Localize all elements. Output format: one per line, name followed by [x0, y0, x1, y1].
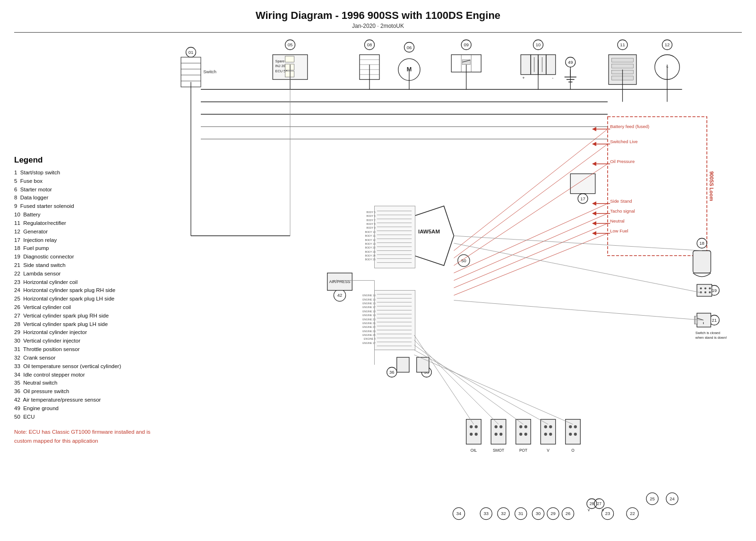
svg-line-250: [454, 236, 702, 251]
svg-text:17: 17: [580, 196, 585, 201]
svg-text:22: 22: [630, 511, 635, 516]
connector-oil: OIL: [466, 420, 481, 453]
svg-text:ENGINE 20: ENGINE 20: [362, 318, 376, 321]
svg-text:BODY 9: BODY 9: [366, 226, 375, 229]
svg-text:Low Fuel: Low Fuel: [610, 228, 628, 233]
svg-text:18: 18: [699, 240, 704, 246]
svg-text:10: 10: [536, 42, 541, 47]
svg-text:ENGINE 19: ENGINE 19: [362, 314, 376, 317]
legend-item-26: 26 Vertical cylinder coil: [14, 303, 151, 312]
legend-note: Note: ECU has Classic GT1000 firmware in…: [14, 428, 151, 445]
svg-point-193: [549, 425, 552, 428]
svg-point-192: [544, 425, 547, 428]
legend-item-19: 19 Diagnostic connector: [14, 253, 151, 261]
svg-text:49: 49: [568, 60, 573, 65]
svg-text:ENGINE 17: ENGINE 17: [362, 342, 376, 344]
svg-text:25: 25: [650, 496, 655, 501]
svg-line-255: [414, 345, 524, 424]
svg-text:33: 33: [484, 511, 489, 516]
svg-point-93: [709, 292, 711, 293]
svg-text:ENGINE 21: ENGINE 21: [362, 322, 376, 325]
svg-rect-96: [697, 313, 711, 327]
svg-text:32: 32: [501, 511, 506, 516]
svg-text:IAW5AM: IAW5AM: [418, 229, 440, 234]
svg-text:27: 27: [597, 501, 601, 506]
svg-rect-172: [466, 420, 481, 445]
svg-rect-87: [697, 284, 712, 296]
legend-item-42: 42 Air temperature/pressure sensor: [14, 396, 151, 404]
svg-point-175: [475, 425, 478, 428]
svg-text:-: -: [552, 76, 553, 80]
svg-text:BODY 24: BODY 24: [365, 254, 376, 257]
svg-text:24: 24: [670, 496, 675, 501]
component-18: 18: [693, 238, 711, 276]
component-21: 21 Switch is closed when stand is down!: [695, 313, 727, 340]
svg-point-201: [574, 433, 577, 436]
title-section: Wiring Diagram - 1996 900SS with 1100DS …: [14, 9, 742, 29]
legend-item-12: 12 Generator: [14, 228, 151, 236]
svg-text:BODY 25: BODY 25: [365, 258, 376, 261]
legend-item-50: 50 ECU: [14, 413, 151, 421]
legend-item-32: 32 Crank sensor: [14, 354, 151, 362]
svg-text:30: 30: [536, 511, 541, 516]
svg-text:AIR/PRESS: AIR/PRESS: [329, 279, 351, 284]
legend-item-35: 35 Neutral switch: [14, 379, 151, 387]
svg-rect-17: [285, 71, 294, 77]
svg-text:26: 26: [566, 511, 571, 516]
svg-text:BODY 12: BODY 12: [365, 239, 376, 241]
svg-point-177: [475, 433, 478, 436]
legend-item-22: 22 Lambda sensor: [14, 270, 151, 278]
svg-text:BODY 23: BODY 23: [365, 250, 376, 253]
svg-point-92: [704, 292, 706, 293]
svg-text:06: 06: [407, 45, 412, 50]
legend-item-24: 24 Horizontal cylinder spark plug RH sid…: [14, 286, 151, 295]
svg-line-247: [454, 214, 608, 281]
svg-line-256: [414, 350, 549, 425]
svg-text:BODY 6: BODY 6: [366, 215, 375, 217]
svg-text:POT: POT: [519, 448, 527, 453]
svg-text:19: 19: [712, 288, 717, 293]
svg-text:Tacho signal: Tacho signal: [610, 208, 635, 214]
svg-point-182: [495, 433, 498, 436]
svg-point-180: [495, 425, 498, 428]
svg-text:28: 28: [590, 501, 594, 506]
svg-text:ENGINE 17: ENGINE 17: [362, 306, 376, 309]
svg-line-252: [454, 301, 702, 320]
svg-rect-97: [695, 316, 697, 324]
svg-line-257: [414, 355, 573, 424]
svg-text:BODY 22: BODY 22: [365, 246, 376, 249]
svg-text:Oil Pressure: Oil Pressure: [610, 159, 635, 164]
legend-item-29: 29 Horizontal cylinder injector: [14, 328, 151, 337]
svg-text:Side Stand: Side Stand: [610, 198, 632, 204]
legend-item-17: 17 Injection relay: [14, 236, 151, 245]
svg-text:36: 36: [389, 369, 395, 375]
svg-text:42: 42: [337, 293, 343, 298]
svg-text:ENGINE 16: ENGINE 16: [362, 302, 376, 305]
svg-text:31: 31: [518, 511, 524, 516]
svg-text:Neutral: Neutral: [610, 218, 624, 223]
svg-text:34: 34: [456, 511, 462, 516]
svg-text:23: 23: [605, 511, 610, 516]
svg-point-189: [524, 433, 527, 436]
legend-item-11: 11 Regulator/rectifier: [14, 219, 151, 228]
ecu-engine-connector: ENGINE 13 ENGINE 15 ENGINE 16 ENGINE 17 …: [362, 291, 415, 350]
legend-item-5: 5 Fuse box: [14, 177, 151, 186]
svg-text:ENGINE 8: ENGINE 8: [364, 338, 376, 341]
component-50: IAW5AM 50: [365, 206, 470, 268]
svg-text:BODY 10: BODY 10: [365, 231, 376, 233]
svg-rect-196: [566, 420, 581, 445]
legend-item-31: 31 Throttle position sensor: [14, 345, 151, 354]
svg-text:09: 09: [464, 42, 469, 47]
svg-point-89: [704, 287, 706, 289]
svg-rect-168: [397, 357, 409, 372]
svg-text:o: o: [601, 507, 604, 512]
svg-rect-16: [285, 64, 294, 70]
svg-line-246: [454, 204, 608, 273]
svg-text:01: 01: [189, 50, 194, 55]
svg-point-195: [549, 433, 552, 436]
svg-point-198: [569, 425, 572, 428]
legend-item-30: 30 Vertical cylinder injector: [14, 337, 151, 345]
svg-text:Spare: Spare: [275, 59, 285, 63]
diagram-svg-area: text.label { font-family: Arial, sans-se…: [156, 37, 742, 535]
svg-text:when stand is down!: when stand is down!: [695, 335, 727, 340]
